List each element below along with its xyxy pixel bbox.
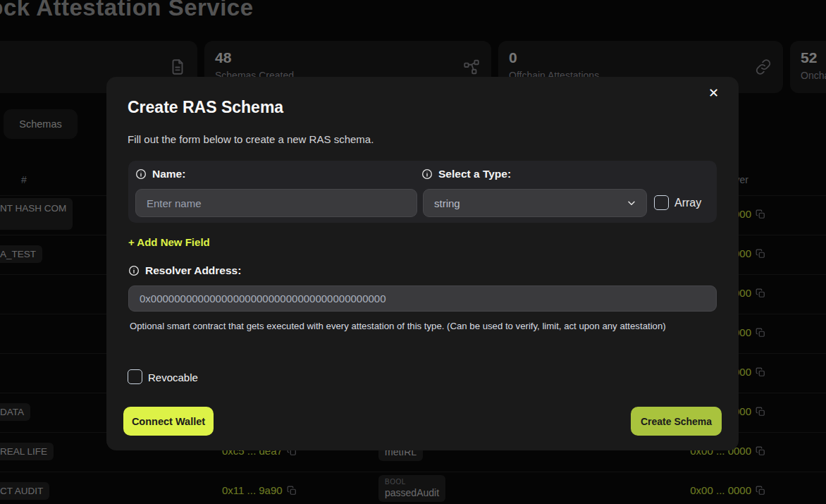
info-icon [128, 265, 140, 276]
close-icon[interactable]: ✕ [708, 85, 719, 101]
add-new-field-button[interactable]: + Add New Field [128, 236, 210, 248]
revocable-checkbox[interactable] [128, 369, 142, 384]
chevron-down-icon [626, 197, 637, 209]
type-select[interactable]: string [423, 189, 647, 217]
array-checkbox[interactable] [654, 195, 669, 210]
field-group: Name: Select a Type: string Array [128, 161, 717, 223]
type-label: Select a Type: [438, 168, 511, 180]
resolver-label-row: Resolver Address: [128, 264, 241, 277]
info-icon [135, 168, 147, 180]
name-label-row: Name: [135, 168, 185, 180]
modal-subtitle: Fill out the form below to create a new … [128, 133, 374, 145]
app-root: Rock Attestation Service 48 Schemas Crea… [0, 0, 826, 504]
resolver-label: Resolver Address: [145, 264, 241, 277]
create-schema-button[interactable]: Create Schema [631, 407, 722, 436]
resolver-address-input[interactable] [128, 285, 717, 312]
type-select-value: string [434, 197, 460, 209]
resolver-help-text: Optional smart contract that gets execut… [130, 319, 694, 333]
info-icon [421, 168, 433, 180]
modal-title: Create RAS Schema [128, 98, 283, 117]
name-label: Name: [152, 168, 185, 180]
connect-wallet-button[interactable]: Connect Wallet [123, 407, 214, 436]
revocable-label: Revocable [148, 371, 198, 383]
array-label: Array [674, 197, 701, 209]
type-label-row: Select a Type: [421, 168, 511, 180]
name-input[interactable] [135, 189, 417, 217]
create-ras-schema-modal: ✕ Create RAS Schema Fill out the form be… [106, 77, 739, 450]
